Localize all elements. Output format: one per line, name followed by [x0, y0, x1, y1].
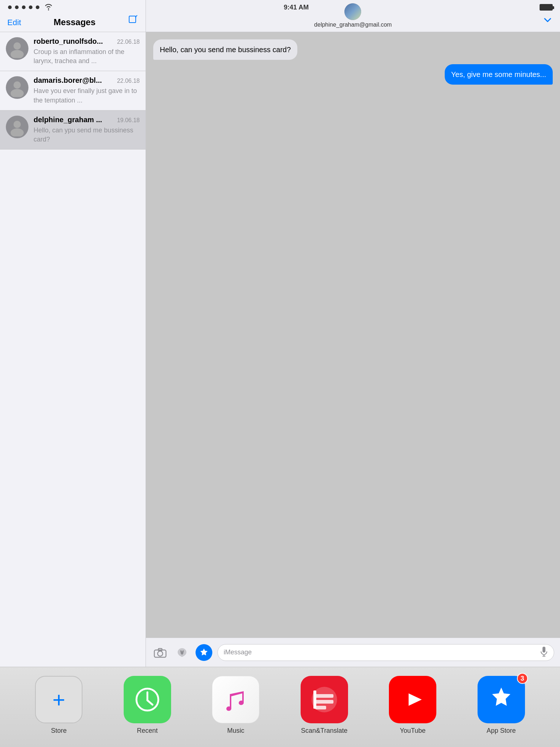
dock-item-store[interactable]: + Store [35, 676, 82, 735]
conversation-preview: Croup is an inflammation of the larynx, … [34, 47, 140, 66]
dropdown-button[interactable] [542, 15, 553, 27]
battery-area [540, 4, 553, 11]
contact-name: damaris.borer@bl... [34, 76, 102, 85]
svg-rect-1 [129, 16, 136, 23]
svg-line-3 [135, 17, 136, 18]
svg-rect-22 [315, 694, 333, 698]
messages-list-panel: Edit Messages roberto_runolfsdo.. [0, 0, 146, 667]
dock-item-scan[interactable]: Scan&Translate [301, 676, 348, 735]
conversation-item[interactable]: roberto_runolfsdo... 22.06.18 Croup is a… [0, 32, 146, 71]
conversation-top: roberto_runolfsdo... 22.06.18 [34, 37, 140, 46]
svg-point-8 [13, 121, 21, 128]
svg-rect-23 [315, 700, 333, 704]
appstore-input-button[interactable] [196, 644, 212, 661]
avatar [6, 76, 28, 99]
dock-item-music[interactable]: Music [212, 676, 259, 735]
signal-dot [22, 5, 26, 9]
signal-dot [29, 5, 32, 9]
svg-rect-15 [542, 647, 545, 653]
signal-dot [8, 5, 12, 9]
svg-point-14 [182, 650, 184, 652]
chat-contact-email: delphine_graham@gmail.com [314, 22, 392, 28]
appstore-dock-icon: 3 [478, 676, 525, 723]
dock-item-youtube[interactable]: YouTube [389, 676, 436, 735]
conversation-top: damaris.borer@bl... 22.06.18 [34, 76, 140, 85]
conversation-item-selected[interactable]: delphine_graham ... 19.06.18 Hello, can … [0, 111, 146, 150]
conversation-item[interactable]: damaris.borer@bl... 22.06.18 Have you ev… [0, 71, 146, 110]
conversation-content: damaris.borer@bl... 22.06.18 Have you ev… [34, 76, 140, 105]
dock-item-appstore[interactable]: 3 App Store [478, 676, 525, 735]
mic-icon [540, 646, 548, 658]
conversation-content: delphine_graham ... 19.06.18 Hello, can … [34, 116, 140, 144]
svg-point-13 [180, 650, 182, 652]
svg-line-20 [147, 700, 152, 705]
messages-title: Messages [54, 17, 96, 27]
svg-point-11 [158, 651, 163, 656]
messages-area: Hello, can you send me bussiness card? Y… [146, 32, 560, 638]
dock-label-music: Music [227, 727, 244, 735]
input-bar: iMessage [146, 638, 560, 667]
svg-point-4 [13, 42, 21, 50]
conversation-date: 19.06.18 [117, 117, 140, 124]
digital-touch-button[interactable] [174, 644, 190, 661]
signal-dot [36, 5, 39, 9]
message-bubble-sent: Yes, give me some minutes... [445, 64, 553, 85]
bottom-dock: + Store Recent Music [0, 667, 560, 747]
imessage-placeholder: iMessage [224, 649, 252, 656]
dock-item-recent[interactable]: Recent [124, 676, 171, 735]
svg-rect-24 [315, 706, 326, 709]
chat-panel: delphine_graham@gmail.com Hello, can you… [146, 0, 560, 667]
conversation-preview: Have you ever finally just gave in to th… [34, 86, 140, 105]
svg-point-7 [11, 89, 24, 97]
imessage-input[interactable]: iMessage [217, 644, 554, 661]
music-dock-icon [212, 676, 259, 723]
status-time: 9:41 AM [284, 4, 309, 11]
svg-point-5 [11, 50, 24, 58]
camera-button[interactable] [152, 644, 169, 661]
dock-label-youtube: YouTube [400, 727, 426, 735]
svg-rect-25 [313, 690, 316, 709]
edit-button[interactable]: Edit [7, 18, 21, 27]
conversation-date: 22.06.18 [117, 39, 140, 45]
store-dock-icon: + [35, 676, 82, 723]
contact-name: delphine_graham ... [34, 116, 102, 124]
avatar [6, 116, 28, 138]
message-bubble-received: Hello, can you send me bussiness card? [153, 39, 297, 60]
conversation-content: roberto_runolfsdo... 22.06.18 Croup is a… [34, 37, 140, 66]
svg-marker-26 [409, 693, 422, 706]
svg-point-9 [11, 128, 24, 136]
wifi-icon [44, 4, 53, 11]
conversation-date: 22.06.18 [117, 78, 140, 84]
contact-name: roberto_runolfsdo... [34, 37, 103, 46]
badge-appstore: 3 [517, 673, 528, 684]
battery-icon [540, 4, 553, 11]
recent-dock-icon [124, 676, 171, 723]
dock-label-store: Store [51, 727, 67, 735]
svg-point-6 [13, 81, 21, 89]
status-bar: 9:41 AM [0, 0, 560, 15]
conversation-top: delphine_graham ... 19.06.18 [34, 116, 140, 124]
main-container: Edit Messages roberto_runolfsdo.. [0, 0, 560, 667]
svg-point-0 [48, 9, 49, 11]
scan-dock-icon [301, 676, 348, 723]
avatar [6, 37, 28, 60]
conversation-preview: Hello, can ypu send me bussiness card? [34, 126, 140, 144]
dock-label-recent: Recent [137, 727, 158, 735]
signal-area [7, 4, 53, 11]
signal-dot [15, 5, 19, 9]
dock-label-scan: Scan&Translate [301, 727, 347, 735]
compose-icon[interactable] [128, 15, 138, 27]
dock-label-appstore: App Store [487, 727, 516, 735]
youtube-dock-icon [389, 676, 436, 723]
